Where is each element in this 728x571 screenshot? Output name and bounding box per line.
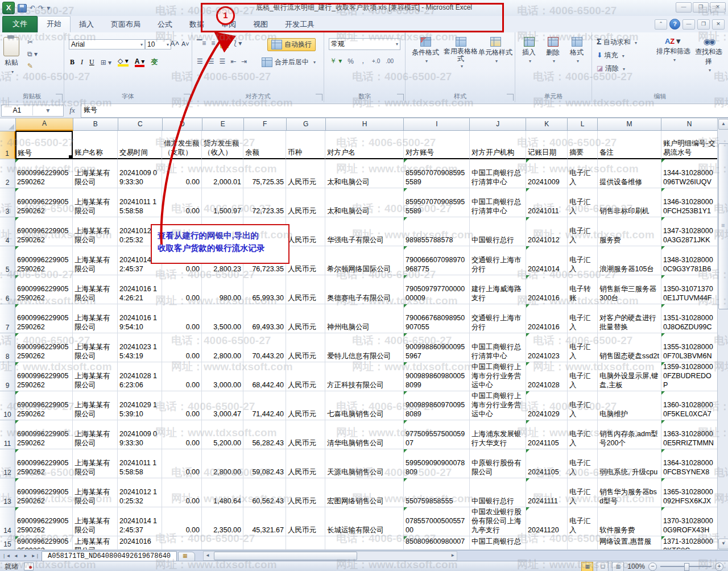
cell-E9[interactable]: 3,000.00 bbox=[202, 362, 243, 391]
cell-A2[interactable]: 69009962299052590262 bbox=[15, 159, 73, 188]
cell-J6[interactable]: 建行上海威海路支行 bbox=[470, 275, 526, 304]
cell-F15[interactable] bbox=[243, 536, 286, 550]
cell-N3[interactable]: 1346-310280000FCH253B1Y1 bbox=[661, 188, 718, 217]
border-icon[interactable]: ⊞ ▾ bbox=[101, 59, 111, 67]
cell-B3[interactable]: 上海某某有限公司 bbox=[73, 188, 118, 217]
insert-function-icon[interactable]: fx bbox=[64, 106, 81, 115]
row-header-5[interactable]: 5 bbox=[0, 246, 15, 275]
shrink-font-icon[interactable]: A˅ bbox=[181, 40, 189, 47]
cell-A5[interactable]: 69009962299052590262 bbox=[15, 246, 73, 275]
cell-G4[interactable]: 人民币元 bbox=[286, 217, 325, 246]
vertical-scrollbar[interactable]: ▲ ▼ bbox=[717, 118, 728, 550]
wrap-text-toggle[interactable]: 自动换行 bbox=[267, 38, 316, 51]
cell-J8[interactable]: 中国工商银行总行清算中心 bbox=[470, 333, 526, 362]
column-header-M[interactable]: M bbox=[598, 118, 661, 131]
cell-E3[interactable]: 1,500.97 bbox=[202, 188, 243, 217]
cell-I14[interactable]: 07855700050055700 bbox=[404, 507, 470, 536]
cell-N8[interactable]: 1355-310280000F70L3BVM6N bbox=[661, 333, 718, 362]
cell-I3[interactable]: 8595070709085955589 bbox=[404, 188, 470, 217]
cell-B14[interactable]: 上海某某有限公司 bbox=[73, 507, 118, 536]
row-header-15[interactable]: 15 bbox=[0, 536, 15, 550]
autosum-button[interactable]: Σ 自动求和 ▾ bbox=[597, 37, 637, 47]
name-box-dropdown-icon[interactable]: ▾ bbox=[32, 106, 64, 115]
workbook-minimize-button[interactable]: — bbox=[682, 19, 695, 30]
cell-B2[interactable]: 上海某某有限公司 bbox=[73, 159, 118, 188]
cell-A9[interactable]: 69009962299052590262 bbox=[15, 362, 73, 391]
styles-dialog-launcher[interactable] bbox=[507, 94, 514, 101]
cell-F10[interactable]: 71,442.40 bbox=[243, 391, 286, 420]
cell-I4[interactable]: 989855788578 bbox=[404, 217, 470, 246]
cell-D11[interactable]: 0.00 bbox=[162, 420, 202, 449]
cell-I7[interactable]: 790066768098950907055 bbox=[404, 304, 470, 333]
cell-J14[interactable]: 中国农业银行股份有限公司上海九亭支行 bbox=[470, 507, 526, 536]
cell-E7[interactable]: 3,500.00 bbox=[202, 304, 243, 333]
cell-C11[interactable]: 20241009 09:33:30 bbox=[118, 420, 162, 449]
cell-A12[interactable]: 69009962299052590262 bbox=[15, 449, 73, 478]
cell-D10[interactable]: 0.00 bbox=[162, 391, 202, 420]
cell-I2[interactable]: 8595070709085955589 bbox=[404, 159, 470, 188]
cell-N7[interactable]: 1351-310280000J8O6ZDU99C bbox=[661, 304, 718, 333]
cell-F3[interactable]: 72,723.35 bbox=[243, 188, 286, 217]
cell-N11[interactable]: 1363-310280000E5RRIZTMMN bbox=[661, 420, 718, 449]
column-header-E[interactable]: E bbox=[202, 118, 244, 131]
cell-N13[interactable]: 1365-31028000092HFSX6KJX bbox=[661, 478, 718, 507]
cell-H15[interactable] bbox=[325, 536, 404, 550]
cell-N2[interactable]: 1344-31028000096TW26IUQV bbox=[661, 159, 718, 188]
row-header-7[interactable]: 7 bbox=[0, 304, 15, 333]
cell-J13[interactable]: 中国银行总行 bbox=[470, 478, 526, 507]
number-dialog-launcher[interactable] bbox=[397, 94, 404, 101]
scroll-down-icon[interactable]: ▼ bbox=[718, 539, 728, 549]
zoom-slider-thumb[interactable] bbox=[684, 563, 689, 571]
cell-B7[interactable]: 上海某某有限公司 bbox=[73, 304, 118, 333]
cell-N6[interactable]: 1350-310713700E1JTUVM44F bbox=[661, 275, 718, 304]
cell-A6[interactable]: 69009962299052590262 bbox=[15, 275, 73, 304]
horizontal-scroll-thumb[interactable] bbox=[214, 552, 357, 560]
column-header-C[interactable]: C bbox=[118, 118, 163, 131]
column-header-N[interactable]: N bbox=[661, 118, 718, 131]
cell-G8[interactable]: 人民币元 bbox=[286, 333, 325, 362]
sort-filter-button[interactable]: AZ▼ 排序和筛选▾ bbox=[656, 32, 691, 63]
cell-E12[interactable]: 2,800.00 bbox=[202, 449, 243, 478]
cell-A8[interactable]: 69009962299052590262 bbox=[15, 333, 73, 362]
fill-color-icon[interactable]: ◇ ▾ bbox=[118, 58, 129, 67]
cell-M8[interactable]: 销售固态硬盘ssd2t bbox=[598, 333, 661, 362]
conditional-formatting-button[interactable]: 条件格式▾ bbox=[409, 32, 442, 64]
cell-C1[interactable]: 交易时间 bbox=[118, 131, 162, 159]
cell-E14[interactable]: 2,350.00 bbox=[202, 507, 243, 536]
cell-G9[interactable]: 人民币元 bbox=[286, 362, 325, 391]
cell-A11[interactable]: 69009962299052590262 bbox=[15, 420, 73, 449]
cell-M7[interactable]: 对客户的硬盘进行批量替换 bbox=[598, 304, 661, 333]
find-select-button[interactable]: ◉◉ 查找和选择▾ bbox=[692, 32, 725, 73]
cell-M2[interactable]: 提供设备维修 bbox=[598, 159, 661, 188]
column-header-F[interactable]: F bbox=[244, 118, 287, 131]
cell-H4[interactable]: 华强电子有限公司 bbox=[325, 217, 404, 246]
cell-I9[interactable]: 9009898609800058099 bbox=[404, 362, 470, 391]
cell-D14[interactable]: 0.00 bbox=[162, 507, 202, 536]
ribbon-tab-页面布局[interactable]: 页面布局 bbox=[102, 17, 149, 32]
zoom-level[interactable]: 100% bbox=[627, 562, 645, 570]
clipboard-dialog-launcher[interactable] bbox=[56, 94, 63, 101]
cell-H11[interactable]: 清华电脑销售公司 bbox=[325, 420, 404, 449]
ribbon-tab-开始[interactable]: 开始 bbox=[38, 16, 71, 32]
align-right-icon[interactable]: ☰ bbox=[220, 57, 226, 65]
cell-M5[interactable]: 浪潮服务器105台 bbox=[598, 246, 661, 275]
cell-E8[interactable]: 2,800.00 bbox=[202, 333, 243, 362]
scroll-left-icon[interactable]: ◄ bbox=[205, 553, 210, 558]
cell-F13[interactable]: 60,562.43 bbox=[243, 478, 286, 507]
zoom-slider[interactable] bbox=[660, 566, 712, 567]
cell-G15[interactable] bbox=[286, 536, 325, 550]
underline-button[interactable]: U bbox=[89, 58, 94, 67]
italic-button[interactable]: I bbox=[81, 58, 83, 67]
number-format-select[interactable]: 常规▾ bbox=[329, 38, 400, 50]
cell-D3[interactable]: 0.00 bbox=[162, 188, 202, 217]
cell-B1[interactable]: 账户名称 bbox=[73, 131, 118, 159]
cell-L7[interactable]: 电子汇入 bbox=[568, 304, 598, 333]
insert-cells-button[interactable]: 插入▾ bbox=[518, 32, 540, 64]
cell-I10[interactable]: 9009898609700958089 bbox=[404, 391, 470, 420]
cell-H1[interactable]: 对方户名 bbox=[325, 131, 404, 159]
cell-N9[interactable]: 1359-310280000FZBUDREDOP bbox=[661, 362, 718, 391]
row-header-3[interactable]: 3 bbox=[0, 188, 15, 217]
cell-G1[interactable]: 币种 bbox=[286, 131, 325, 159]
row-header-6[interactable]: 6 bbox=[0, 275, 15, 304]
cell-B6[interactable]: 上海某某有限公司 bbox=[73, 275, 118, 304]
